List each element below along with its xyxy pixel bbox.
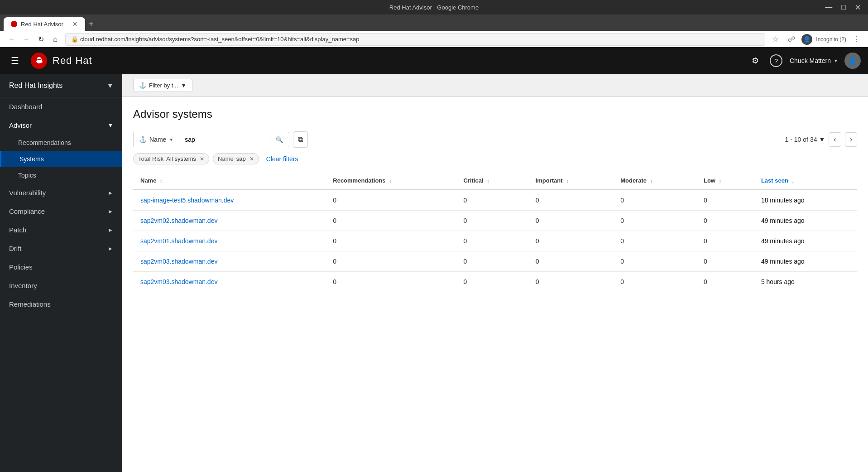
sidebar-item-policies[interactable]: Policies [0,258,122,276]
cell-name: sap-image-test5.shadowman.dev [133,190,326,211]
patch-chevron-icon: ► [108,227,113,233]
pagination-dropdown-icon: ▼ [819,136,825,143]
col-low-sort-icon[interactable]: ↕ [719,178,722,183]
system-link[interactable]: sap2vm01.shadowman.dev [140,237,217,245]
window-controls[interactable]: — □ ✕ [825,3,861,12]
system-link[interactable]: sap2vm03.shadowman.dev [140,258,217,265]
filter-chip-close-totalrisk[interactable]: ✕ [200,156,204,162]
sidebar-item-advisor[interactable]: Advisor ▼ [0,116,122,135]
sidebar-item-dashboard[interactable]: Dashboard [0,97,122,116]
extensions-icon[interactable]: ☍ [785,33,798,46]
col-recommendations-label: Recommendations [333,177,385,184]
url-bar[interactable]: 🔒 cloud.redhat.com/insights/advisor/syst… [65,33,765,46]
user-menu[interactable]: Chuck Mattern ▾ [790,57,837,64]
cell-last-seen: 49 minutes ago [754,231,857,251]
col-recommendations-sort-icon[interactable]: ↕ [389,178,392,183]
back-button[interactable]: ← [5,33,18,46]
search-input[interactable] [179,132,270,147]
app-selector[interactable]: Red Hat Insights ▼ [0,74,122,97]
table-row: sap2vm03.shadowman.dev 0 0 0 0 0 5 hours… [133,272,857,292]
sidebar-item-vulnerability[interactable]: Vulnerability ► [0,183,122,202]
clear-filters-button[interactable]: Clear filters [263,154,302,164]
cell-recommendations: 0 [326,190,456,211]
cell-name: sap2vm03.shadowman.dev [133,272,326,292]
table-row: sap2vm01.shadowman.dev 0 0 0 0 0 49 minu… [133,231,857,251]
system-link[interactable]: sap2vm03.shadowman.dev [140,278,217,285]
table-toolbar: ⚓ Name ▼ 🔍 ⧉ [133,131,857,148]
filter-chip-label-totalrisk: Total Risk [138,155,163,162]
cell-recommendations: 0 [326,231,456,251]
filter-name-dropdown[interactable]: ⚓ Name ▼ [134,132,179,147]
forward-button[interactable]: → [20,33,33,46]
systems-table: Name ↕ Recommendations ↕ Critical ↕ [133,172,857,292]
col-important-sort-icon[interactable]: ↕ [566,178,569,183]
settings-icon[interactable]: ⚙ [748,52,762,69]
cell-last-seen: 49 minutes ago [754,251,857,272]
col-critical-sort-icon[interactable]: ↕ [487,178,489,183]
cell-critical: 0 [456,231,528,251]
filter-chip-close-name[interactable]: ✕ [249,156,254,162]
url-text: cloud.redhat.com/insights/advisor/system… [80,36,360,43]
close-button[interactable]: ✕ [855,3,861,12]
active-tab[interactable]: Red Hat Advisor ✕ [4,17,85,31]
sidebar-item-label: Patch [9,226,26,234]
search-button[interactable]: 🔍 [270,133,289,147]
col-last-seen-sort-icon[interactable]: ↓ [792,178,795,183]
export-button[interactable]: ⧉ [293,131,308,148]
compliance-chevron-icon: ► [108,208,113,215]
maximize-button[interactable]: □ [841,3,846,12]
pagination-info: 1 - 10 of 34 ▼ [785,136,825,143]
main-area: Red Hat Insights ▼ Dashboard Advisor ▼ R… [0,74,868,472]
sidebar-item-patch[interactable]: Patch ► [0,221,122,239]
company-name: Red Hat [53,55,92,67]
browser-toolbar-right: ☆ ☍ 👤 Incognito (2) ⋮ [769,33,863,46]
filter-by-button[interactable]: ⚓ Filter by t... ▼ [133,79,192,92]
filter-chip-totalrisk: Total Risk All systems ✕ [133,153,209,164]
table-row: sap2vm02.shadowman.dev 0 0 0 0 0 49 minu… [133,211,857,231]
user-avatar[interactable]: 👤 [844,53,861,69]
advisor-chevron-icon: ▼ [108,122,113,129]
minimize-button[interactable]: — [825,3,832,12]
help-icon[interactable]: ? [770,54,782,67]
table-row: sap-image-test5.shadowman.dev 0 0 0 0 0 … [133,190,857,211]
cell-critical: 0 [456,272,528,292]
pagination-prev-button[interactable]: ‹ [829,132,841,147]
home-button[interactable]: ⌂ [49,33,62,46]
system-link[interactable]: sap-image-test5.shadowman.dev [140,197,234,204]
table-body: sap-image-test5.shadowman.dev 0 0 0 0 0 … [133,190,857,292]
system-link[interactable]: sap2vm02.shadowman.dev [140,217,217,224]
filter-chip-value-name: sap [236,155,246,162]
cell-name: sap2vm03.shadowman.dev [133,251,326,272]
secure-icon: 🔒 [71,36,78,43]
sidebar-item-systems[interactable]: Systems [0,151,122,167]
sidebar-item-inventory[interactable]: Inventory [0,276,122,295]
col-moderate-sort-icon[interactable]: ↕ [650,178,653,183]
col-name-sort-icon[interactable]: ↕ [160,178,163,183]
bookmark-icon[interactable]: ☆ [769,33,782,46]
hamburger-menu-button[interactable]: ☰ [7,52,23,70]
reload-button[interactable]: ↻ [34,33,47,46]
filter-chip-value-totalrisk: All systems [166,155,196,162]
cell-important: 0 [528,251,614,272]
sidebar-item-recommendations[interactable]: Recommendations [0,135,122,151]
filter-chip-label-name: Name [218,155,234,162]
sidebar-item-topics[interactable]: Topics [0,167,122,183]
filter-chip-name: Name sap ✕ [213,153,259,164]
menu-icon[interactable]: ⋮ [850,33,863,46]
sidebar-item-label: Dashboard [9,103,42,111]
sidebar-item-compliance[interactable]: Compliance ► [0,202,122,221]
cell-important: 0 [528,272,614,292]
sidebar-item-drift[interactable]: Drift ► [0,239,122,258]
col-recommendations: Recommendations ↕ [326,172,456,190]
pagination-range: 1 - 10 of [785,136,808,143]
cell-moderate: 0 [613,272,696,292]
col-critical: Critical ↕ [456,172,528,190]
col-low: Low ↕ [696,172,754,190]
pagination-next-button[interactable]: › [845,132,857,147]
tab-close-icon[interactable]: ✕ [72,20,78,28]
new-tab-button[interactable]: + [85,17,97,31]
sidebar-item-remediations[interactable]: Remediations [0,295,122,313]
content-area: ⚓ Filter by t... ▼ Advisor systems ⚓ Nam… [122,74,868,472]
user-chevron-icon: ▾ [834,58,837,64]
sidebar-item-label: Vulnerability [9,189,46,197]
